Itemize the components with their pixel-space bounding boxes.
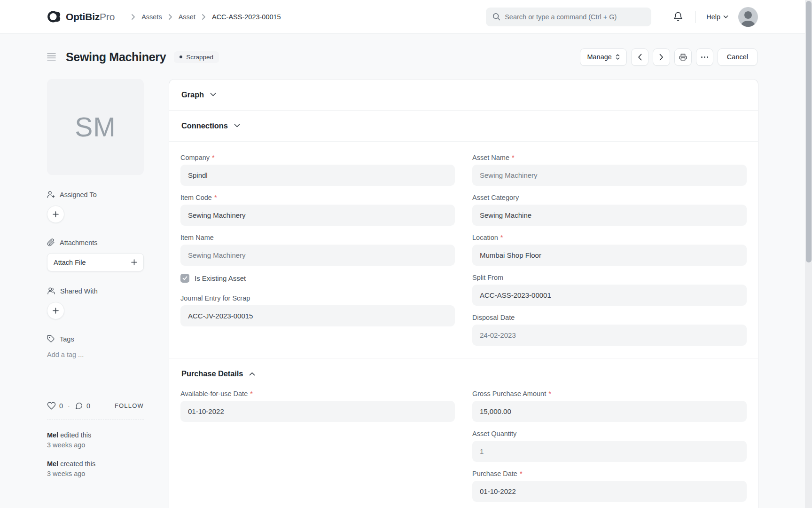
- cancel-button[interactable]: Cancel: [718, 48, 757, 66]
- required-asterisk: *: [520, 470, 523, 477]
- location-input[interactable]: Mumbai Shop Floor: [472, 245, 747, 266]
- notifications-bell-icon[interactable]: [673, 11, 683, 22]
- record-image-placeholder[interactable]: SM: [47, 79, 144, 175]
- section-graph[interactable]: Graph: [169, 79, 758, 110]
- field-disposal-date: Disposal Date 24-02-2023: [472, 314, 747, 346]
- asset-name-input[interactable]: Sewing Machinery: [472, 165, 747, 186]
- activity-log: Meledited this 3 weeks ago Melcreated th…: [47, 430, 144, 479]
- record-initials: SM: [75, 111, 116, 143]
- journal-entry-input[interactable]: ACC-JV-2023-00015: [180, 305, 455, 326]
- chevron-right-icon: [131, 14, 135, 20]
- paperclip-icon: [47, 238, 55, 246]
- status-dot-icon: [180, 56, 182, 58]
- help-menu[interactable]: Help: [706, 13, 728, 21]
- checkbox-checked-icon[interactable]: [180, 274, 189, 283]
- user-avatar[interactable]: [738, 7, 758, 27]
- available-for-use-date-input[interactable]: 01-10-2022: [180, 401, 455, 422]
- field-purchase-date: Purchase Date* 01-10-2022: [472, 470, 747, 502]
- plus-icon: [53, 211, 59, 217]
- breadcrumb-assets[interactable]: Assets: [141, 13, 162, 21]
- scrollbar-track[interactable]: [805, 0, 812, 508]
- asset-category-input[interactable]: Sewing Machine: [472, 205, 747, 226]
- app-logo[interactable]: OptiBizPro: [47, 9, 115, 24]
- like-count[interactable]: 0: [59, 402, 63, 410]
- global-search[interactable]: [486, 8, 651, 26]
- shared-with-section: Shared With: [47, 287, 144, 295]
- chevron-down-icon: [210, 93, 216, 97]
- required-asterisk: *: [548, 390, 551, 397]
- field-location: Location* Mumbai Shop Floor: [472, 234, 747, 266]
- like-heart-icon[interactable]: [47, 402, 56, 410]
- ellipsis-icon: [701, 56, 708, 58]
- sidebar-divider: [47, 420, 144, 420]
- field-asset-category: Asset Category Sewing Machine: [472, 194, 747, 226]
- follow-button[interactable]: FOLLOW: [115, 402, 144, 409]
- required-asterisk: *: [250, 390, 253, 397]
- split-from-input[interactable]: ACC-ASS-2023-00001: [472, 285, 747, 306]
- header-actions: Manage Cancel: [580, 48, 757, 66]
- chevron-right-icon: [202, 14, 206, 20]
- breadcrumb: Assets Asset ACC-ASS-2023-00015: [125, 13, 281, 21]
- manage-button[interactable]: Manage: [580, 48, 626, 66]
- chevron-down-icon: [723, 15, 728, 19]
- item-code-input[interactable]: Sewing Machinery: [180, 205, 455, 226]
- attach-file-button[interactable]: Attach File: [47, 253, 144, 271]
- select-chevrons-icon: [616, 54, 620, 60]
- search-icon: [492, 13, 500, 21]
- comment-icon[interactable]: [75, 402, 83, 410]
- page-title: Sewing Machinery: [66, 50, 166, 64]
- chevron-left-icon: [638, 54, 642, 61]
- printer-icon: [679, 53, 687, 61]
- field-gross-purchase-amount: Gross Purchase Amount* 15,000.00: [472, 390, 747, 422]
- required-asterisk: *: [500, 234, 503, 241]
- tags-section: Tags: [47, 335, 144, 343]
- add-share-button[interactable]: [47, 302, 64, 319]
- field-is-existing-asset[interactable]: Is Existing Asset: [180, 274, 455, 283]
- activity-entry: Meledited this 3 weeks ago: [47, 430, 144, 450]
- attachments-section: Attachments: [47, 238, 144, 246]
- nav-right-group: Help: [486, 7, 758, 27]
- chevron-right-icon: [168, 14, 172, 20]
- field-item-name: Item Name Sewing Machinery: [180, 234, 455, 266]
- record-sidebar: SM Assigned To Attachments Attach File S…: [47, 79, 144, 488]
- company-input[interactable]: Spindl: [180, 165, 455, 186]
- item-name-input[interactable]: Sewing Machinery: [180, 245, 455, 266]
- scrollbar-thumb[interactable]: [806, 1, 812, 262]
- more-menu-button[interactable]: [696, 48, 713, 66]
- previous-record-button[interactable]: [631, 48, 648, 66]
- assigned-to-section: Assigned To: [47, 190, 144, 198]
- chevron-up-icon: [249, 372, 255, 376]
- print-button[interactable]: [674, 48, 692, 66]
- field-asset-name: Asset Name* Sewing Machinery: [472, 154, 747, 186]
- tag-icon: [47, 335, 55, 343]
- sidebar-toggle-icon[interactable]: [47, 53, 56, 61]
- field-journal-entry-for-scrap: Journal Entry for Scrap ACC-JV-2023-0001…: [180, 294, 455, 326]
- purchase-date-input[interactable]: 01-10-2022: [472, 481, 747, 502]
- add-tag-input[interactable]: Add a tag ...: [47, 351, 144, 358]
- gross-purchase-amount-input[interactable]: 15,000.00: [472, 401, 747, 422]
- required-asterisk: *: [512, 154, 515, 161]
- connections-fields: Company* Spindl Item Code* Sewing Machin…: [169, 142, 758, 358]
- disposal-date-input[interactable]: 24-02-2023: [472, 325, 747, 346]
- brand-name: OptiBizPro: [66, 11, 115, 23]
- purchase-fields: Available-for-use Date* 01-10-2022 Gross…: [169, 389, 758, 508]
- comment-count[interactable]: 0: [86, 402, 90, 410]
- section-connections[interactable]: Connections: [169, 111, 758, 141]
- plus-icon: [53, 308, 59, 314]
- breadcrumb-current-record[interactable]: ACC-ASS-2023-00015: [212, 13, 281, 21]
- search-input[interactable]: [505, 13, 645, 21]
- required-asterisk: *: [212, 154, 215, 161]
- next-record-button[interactable]: [653, 48, 670, 66]
- field-available-for-use-date: Available-for-use Date* 01-10-2022: [180, 390, 455, 422]
- nav-divider: [695, 11, 696, 23]
- required-asterisk: *: [214, 194, 217, 201]
- asset-quantity-input[interactable]: 1: [472, 441, 747, 462]
- section-purchase-details[interactable]: Purchase Details: [169, 358, 758, 389]
- people-icon: [47, 287, 55, 295]
- form-card: Graph Connections Company* Spindl Item C…: [169, 79, 758, 508]
- plus-icon: [131, 259, 137, 265]
- top-navbar: OptiBizPro Assets Asset ACC-ASS-2023-000…: [0, 0, 812, 34]
- brand-icon: [47, 9, 62, 24]
- breadcrumb-asset[interactable]: Asset: [179, 13, 195, 21]
- add-assignment-button[interactable]: [47, 206, 64, 223]
